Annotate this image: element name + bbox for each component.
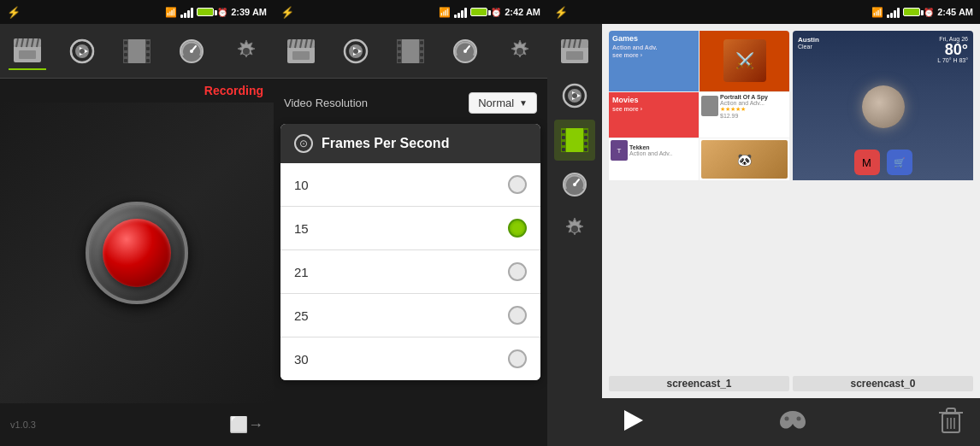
fps-option-21[interactable]: 21 [280, 250, 540, 294]
toolbar-2 [274, 24, 547, 79]
play-icon [619, 407, 646, 434]
clap-icon-btn[interactable] [9, 32, 46, 70]
film-btn-2[interactable] [392, 32, 429, 70]
status-right-2: 📶 ⏰ 2:42 AM [439, 6, 540, 18]
sidebar-film[interactable] [554, 120, 595, 161]
action-game-cell: ⚔️ [700, 31, 789, 91]
svg-rect-75 [584, 130, 587, 133]
sidebar-speed[interactable] [554, 164, 595, 205]
video-resolution-dropdown[interactable]: Normal ▼ [469, 92, 537, 114]
film-btn[interactable] [118, 32, 156, 70]
fps-option-15[interactable]: 15 [280, 207, 540, 250]
speedometer-icon-2 [452, 38, 478, 64]
time-display-3: 2:45 AM [937, 7, 973, 17]
svg-rect-36 [292, 51, 310, 60]
svg-point-28 [243, 48, 250, 55]
fps-radio-30 [508, 349, 527, 368]
toolbar-1 [0, 24, 274, 79]
games-cell: Games Action and Adv. see more › [609, 31, 699, 91]
fps-value-30: 30 [294, 352, 309, 367]
play-circle-icon [68, 38, 96, 65]
svg-point-81 [573, 183, 576, 186]
play-circle-icon-2 [342, 38, 369, 65]
svg-point-40 [353, 49, 358, 54]
screencast-grid: Games Action and Adv. see more › ⚔️ Movi [602, 24, 980, 398]
svg-rect-89 [947, 408, 955, 414]
play-button[interactable] [619, 407, 646, 437]
sidebar-gear-icon [562, 216, 587, 242]
gear-btn-2[interactable] [501, 32, 539, 70]
wifi-icon-3: 📶 [871, 7, 883, 18]
sidebar-gear[interactable] [554, 208, 595, 249]
signal-bars-1 [180, 6, 193, 18]
alarm-icon-3: ⏰ [924, 8, 934, 17]
video-resolution-label: Video Resolution [284, 97, 368, 109]
sidebar-clap-icon [561, 39, 588, 63]
svg-point-54 [463, 50, 467, 53]
city-name: Austin [798, 36, 819, 44]
status-right-3: 📶 ⏰ 2:45 AM [871, 6, 973, 18]
svg-rect-51 [420, 59, 423, 62]
screencast-0-item[interactable]: Austin Clear Fri, Aug 26 80° L 70° H 83° [793, 31, 973, 391]
usb-icon-2: ⚡ [280, 6, 294, 19]
svg-point-86 [797, 416, 801, 420]
phone1-bottom-bar: v1.0.3 ⬜→ [0, 403, 274, 446]
temp-range: L 70° H 83° [937, 57, 968, 63]
fps-value-21: 21 [294, 265, 309, 279]
svg-point-67 [572, 93, 577, 98]
fps-option-10[interactable]: 10 [280, 163, 540, 207]
screencast-1-label: screencast_1 [609, 376, 789, 391]
sidebar-play[interactable] [554, 75, 595, 116]
alarm-icon-1: ⏰ [217, 8, 227, 17]
svg-rect-7 [19, 50, 36, 59]
status-right-1: 📶 ⏰ 2:39 AM [165, 6, 267, 18]
fps-radio-15 [508, 219, 527, 238]
signal-bars-2 [454, 6, 467, 18]
video-resolution-value: Normal [478, 97, 514, 109]
fps-radio-25 [508, 306, 527, 325]
gear-icon-2 [507, 38, 533, 64]
svg-rect-73 [562, 142, 565, 145]
svg-rect-20 [146, 41, 150, 44]
clap-icon-btn-2[interactable] [282, 32, 320, 70]
time-display-1: 2:39 AM [231, 7, 267, 17]
fps-value-15: 15 [294, 221, 309, 236]
svg-rect-23 [146, 59, 150, 62]
fps-title: Frames Per Second [322, 136, 449, 151]
fps-value-25: 25 [294, 308, 309, 323]
temp-display: 80° [937, 42, 968, 57]
screencast-1-thumb: Games Action and Adv. see more › ⚔️ Movi [609, 31, 789, 373]
time-display-2: 2:42 AM [505, 7, 540, 17]
fps-option-25[interactable]: 25 [280, 294, 540, 337]
fps-option-30[interactable]: 30 [280, 337, 540, 380]
svg-marker-84 [624, 410, 643, 431]
svg-point-85 [785, 416, 789, 420]
playback-bar [602, 398, 980, 446]
svg-rect-46 [398, 53, 401, 56]
play-circ-btn[interactable] [63, 32, 101, 70]
screencast-1-item[interactable]: Games Action and Adv. see more › ⚔️ Movi [609, 31, 789, 391]
sidebar-clap[interactable] [554, 31, 595, 72]
svg-rect-76 [584, 136, 587, 139]
delete-button[interactable] [939, 407, 963, 437]
boxerpanda-cell: 🐼 [700, 138, 789, 180]
svg-point-26 [190, 50, 193, 53]
svg-rect-22 [146, 53, 150, 56]
screencast-0-thumb: Austin Clear Fri, Aug 26 80° L 70° H 83° [793, 31, 973, 373]
record-button[interactable] [86, 202, 188, 304]
svg-rect-71 [562, 130, 565, 133]
speed-btn-2[interactable] [446, 32, 484, 70]
usb-icon-3: ⚡ [554, 6, 568, 19]
speed-btn[interactable] [173, 32, 210, 70]
svg-rect-78 [584, 148, 587, 151]
phone3-main-content: Games Action and Adv. see more › ⚔️ Movi [602, 24, 980, 446]
gear-btn[interactable] [227, 32, 265, 70]
movies-cell: Movies see more › [609, 92, 699, 138]
svg-rect-74 [562, 148, 565, 151]
battery-icon-2 [470, 8, 487, 16]
exit-icon[interactable]: ⬜→ [229, 415, 263, 434]
play-circ-btn-2[interactable] [337, 32, 375, 70]
screencast-0-label: screencast_0 [793, 376, 973, 391]
status-left-3: ⚡ [554, 6, 568, 19]
market-icon: 🛒 [887, 150, 912, 175]
